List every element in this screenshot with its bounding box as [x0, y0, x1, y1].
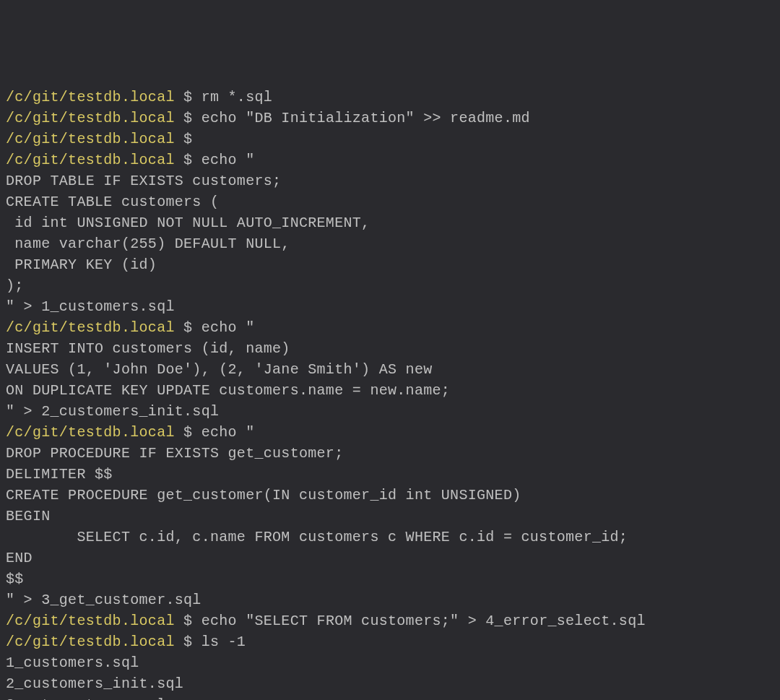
- terminal-line: $$: [6, 569, 774, 589]
- terminal-line: " > 3_get_customer.sql: [6, 589, 774, 610]
- terminal-line: CREATE PROCEDURE get_customer(IN custome…: [6, 485, 774, 506]
- terminal-viewport[interactable]: /c/git/testdb.local $ rm *.sql/c/git/tes…: [6, 87, 774, 700]
- command-text: echo "DB Initialization" >> readme.md: [202, 110, 530, 126]
- terminal-line: 3_get_customer.sql: [6, 694, 774, 700]
- output-text: $$: [6, 571, 24, 587]
- output-text: " > 3_get_customer.sql: [6, 592, 202, 608]
- terminal-line: /c/git/testdb.local $ echo ": [6, 422, 774, 443]
- terminal-line: /c/git/testdb.local $ echo "DB Initializ…: [6, 108, 774, 129]
- terminal-line: INSERT INTO customers (id, name): [6, 338, 774, 359]
- prompt-path: /c/git/testdb.local: [6, 319, 175, 336]
- output-text: SELECT c.id, c.name FROM customers c WHE…: [6, 529, 628, 545]
- command-text: echo ": [202, 424, 255, 441]
- terminal-line: DROP PROCEDURE IF EXISTS get_customer;: [6, 443, 774, 464]
- output-text: DROP PROCEDURE IF EXISTS get_customer;: [6, 445, 343, 462]
- output-text: id int UNSIGNED NOT NULL AUTO_INCREMENT,: [6, 215, 370, 231]
- prompt-dollar: $: [175, 424, 202, 441]
- output-text: DROP TABLE IF EXISTS customers;: [6, 173, 281, 189]
- terminal-line: );: [6, 275, 774, 296]
- prompt-path: /c/git/testdb.local: [6, 634, 175, 650]
- prompt-dollar: $: [175, 89, 202, 105]
- terminal-line: CREATE TABLE customers (: [6, 191, 774, 212]
- prompt-dollar: $: [175, 613, 202, 629]
- terminal-line: name varchar(255) DEFAULT NULL,: [6, 233, 774, 254]
- terminal-line: /c/git/testdb.local $ echo ": [6, 317, 774, 338]
- output-text: PRIMARY KEY (id): [6, 256, 157, 273]
- output-text: BEGIN: [6, 508, 51, 524]
- terminal-line: /c/git/testdb.local $ echo "SELECT FROM …: [6, 610, 774, 631]
- prompt-dollar: $: [175, 110, 202, 126]
- prompt-dollar: $: [175, 131, 202, 147]
- output-text: 2_customers_init.sql: [6, 675, 183, 692]
- terminal-line: DROP TABLE IF EXISTS customers;: [6, 170, 774, 191]
- terminal-line: 1_customers.sql: [6, 652, 774, 673]
- terminal-line: " > 2_customers_init.sql: [6, 401, 774, 422]
- output-text: VALUES (1, 'John Doe'), (2, 'Jane Smith'…: [6, 361, 433, 378]
- command-text: echo ": [202, 152, 255, 168]
- prompt-path: /c/git/testdb.local: [6, 424, 175, 441]
- terminal-line: VALUES (1, 'John Doe'), (2, 'Jane Smith'…: [6, 359, 774, 380]
- terminal-line: id int UNSIGNED NOT NULL AUTO_INCREMENT,: [6, 212, 774, 233]
- terminal-line: /c/git/testdb.local $ echo ": [6, 150, 774, 170]
- output-text: " > 1_customers.sql: [6, 298, 175, 315]
- prompt-path: /c/git/testdb.local: [6, 89, 175, 105]
- terminal-line: /c/git/testdb.local $ ls -1: [6, 631, 774, 652]
- output-text: 1_customers.sql: [6, 654, 139, 671]
- terminal-line: 2_customers_init.sql: [6, 673, 774, 694]
- output-text: CREATE TABLE customers (: [6, 194, 219, 210]
- output-text: INSERT INTO customers (id, name): [6, 340, 290, 357]
- terminal-line: ON DUPLICATE KEY UPDATE customers.name =…: [6, 380, 774, 401]
- prompt-dollar: $: [175, 634, 202, 650]
- output-text: " > 2_customers_init.sql: [6, 403, 219, 420]
- command-text: ls -1: [202, 634, 246, 650]
- output-text: 3_get_customer.sql: [6, 696, 165, 700]
- command-text: echo "SELECT FROM customers;" > 4_error_…: [202, 613, 646, 629]
- prompt-path: /c/git/testdb.local: [6, 613, 175, 629]
- output-text: DELIMITER $$: [6, 466, 113, 483]
- output-text: CREATE PROCEDURE get_customer(IN custome…: [6, 487, 521, 504]
- terminal-line: /c/git/testdb.local $ rm *.sql: [6, 87, 774, 108]
- terminal-line: BEGIN: [6, 506, 774, 527]
- prompt-dollar: $: [175, 319, 202, 336]
- terminal-line: " > 1_customers.sql: [6, 296, 774, 317]
- command-text: rm *.sql: [202, 89, 272, 105]
- terminal-line: END: [6, 548, 774, 569]
- output-text: ON DUPLICATE KEY UPDATE customers.name =…: [6, 382, 450, 399]
- terminal-line: PRIMARY KEY (id): [6, 254, 774, 275]
- prompt-path: /c/git/testdb.local: [6, 110, 175, 126]
- command-text: echo ": [202, 319, 255, 336]
- terminal-line: SELECT c.id, c.name FROM customers c WHE…: [6, 527, 774, 548]
- prompt-path: /c/git/testdb.local: [6, 152, 175, 168]
- prompt-dollar: $: [175, 152, 202, 168]
- terminal-line: DELIMITER $$: [6, 464, 774, 485]
- output-text: END: [6, 550, 32, 566]
- output-text: name varchar(255) DEFAULT NULL,: [6, 236, 290, 252]
- prompt-path: /c/git/testdb.local: [6, 131, 175, 147]
- terminal-line: /c/git/testdb.local $: [6, 129, 774, 150]
- output-text: );: [6, 277, 24, 294]
